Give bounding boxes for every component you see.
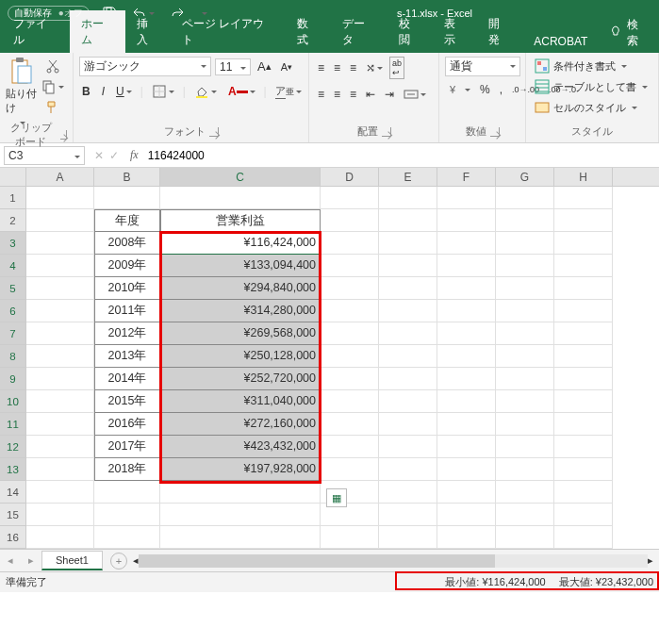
cell[interactable] — [496, 413, 554, 436]
cell[interactable] — [496, 322, 554, 345]
cell[interactable]: ¥252,720,000 — [160, 368, 321, 390]
cell[interactable]: ¥250,128,000 — [160, 345, 321, 368]
cell[interactable]: ¥294,840,000 — [160, 277, 321, 300]
row-header[interactable]: 7 — [0, 322, 26, 345]
bold-button[interactable]: B — [79, 83, 93, 100]
tell-me-search[interactable]: 検索 — [599, 13, 659, 53]
cell[interactable] — [160, 526, 321, 549]
cell[interactable] — [379, 436, 437, 458]
cell[interactable] — [379, 481, 437, 504]
cell[interactable]: 2008年 — [94, 232, 160, 255]
decrease-indent-icon[interactable]: ⇤ — [363, 85, 378, 104]
cell[interactable] — [437, 368, 496, 390]
cell[interactable] — [321, 526, 379, 549]
orientation-button[interactable]: ⤭ — [363, 57, 386, 79]
cell[interactable] — [554, 345, 613, 368]
cell[interactable] — [26, 255, 94, 277]
cell[interactable] — [321, 390, 379, 413]
row-header[interactable]: 2 — [0, 209, 26, 232]
tab-view[interactable]: 表示 — [433, 10, 478, 53]
wrap-text-button[interactable]: ab↩ — [389, 57, 404, 79]
cell[interactable] — [94, 526, 160, 549]
cell[interactable] — [379, 255, 437, 277]
row-header[interactable]: 8 — [0, 345, 26, 368]
cell[interactable]: 2015年 — [94, 390, 160, 413]
cell[interactable] — [26, 187, 94, 209]
cell[interactable]: 2013年 — [94, 345, 160, 368]
comma-button[interactable]: , — [497, 80, 505, 99]
cell[interactable]: 2014年 — [94, 368, 160, 390]
horizontal-scrollbar[interactable]: ◂▸ — [133, 554, 653, 568]
underline-button[interactable]: U — [113, 83, 135, 100]
fx-icon[interactable]: fx — [124, 148, 144, 162]
cell[interactable] — [321, 413, 379, 436]
cell-styles-button[interactable]: セルのスタイル — [532, 98, 640, 117]
cell[interactable]: ¥116,424,000 — [160, 232, 321, 255]
cell[interactable] — [437, 458, 496, 481]
format-as-table-button[interactable]: テーブルとして書 — [532, 77, 651, 96]
cell[interactable] — [554, 232, 613, 255]
row-header[interactable]: 14 — [0, 481, 26, 504]
col-header[interactable]: G — [496, 168, 554, 186]
cell[interactable] — [437, 436, 496, 458]
cell[interactable] — [26, 504, 94, 526]
cell[interactable] — [437, 390, 496, 413]
row-header[interactable]: 3 — [0, 232, 26, 255]
font-color-button[interactable]: A — [225, 83, 258, 100]
cell[interactable] — [496, 209, 554, 232]
quick-analysis-button[interactable]: ▦ — [326, 488, 347, 507]
row-header[interactable]: 11 — [0, 413, 26, 436]
cell[interactable] — [554, 368, 613, 390]
cell[interactable] — [496, 255, 554, 277]
cell[interactable] — [379, 368, 437, 390]
cell[interactable] — [321, 436, 379, 458]
format-painter-button[interactable] — [39, 98, 67, 117]
tab-acrobat[interactable]: ACROBAT — [522, 29, 599, 53]
row-header[interactable]: 5 — [0, 277, 26, 300]
cell[interactable] — [321, 345, 379, 368]
copy-button[interactable] — [39, 77, 67, 96]
cell[interactable] — [321, 322, 379, 345]
cell[interactable] — [26, 345, 94, 368]
cell[interactable] — [379, 345, 437, 368]
new-sheet-button[interactable]: + — [110, 553, 127, 570]
cell[interactable] — [437, 322, 496, 345]
cell[interactable] — [160, 481, 321, 504]
cell[interactable] — [26, 300, 94, 322]
cell[interactable]: ¥423,432,000 — [160, 436, 321, 458]
cell[interactable] — [496, 526, 554, 549]
col-header[interactable]: E — [379, 168, 437, 186]
cell[interactable] — [321, 209, 379, 232]
cell[interactable] — [437, 232, 496, 255]
accounting-format-button[interactable]: ¥ — [445, 80, 473, 99]
cell[interactable] — [437, 413, 496, 436]
cell[interactable] — [554, 255, 613, 277]
cell[interactable] — [496, 368, 554, 390]
col-header[interactable]: H — [554, 168, 613, 186]
cell[interactable]: ¥311,040,000 — [160, 390, 321, 413]
cell[interactable]: ¥314,280,000 — [160, 300, 321, 322]
cell[interactable] — [554, 504, 613, 526]
col-header[interactable]: D — [321, 168, 379, 186]
cell[interactable] — [437, 481, 496, 504]
cell[interactable] — [26, 413, 94, 436]
row-header[interactable]: 9 — [0, 368, 26, 390]
font-launcher[interactable] — [209, 127, 219, 137]
formula-input[interactable] — [144, 147, 659, 164]
row-header[interactable]: 12 — [0, 436, 26, 458]
cell[interactable] — [379, 232, 437, 255]
sheet-tab[interactable]: Sheet1 — [41, 551, 103, 570]
cell[interactable] — [321, 187, 379, 209]
borders-button[interactable] — [149, 82, 177, 101]
cell[interactable]: 2018年 — [94, 458, 160, 481]
sheet-nav-next[interactable]: ▸ — [21, 554, 41, 567]
enter-formula-icon[interactable]: ✓ — [109, 149, 119, 162]
cell[interactable] — [94, 481, 160, 504]
tab-developer[interactable]: 開発 — [477, 10, 522, 53]
cell[interactable] — [160, 187, 321, 209]
row-header[interactable]: 1 — [0, 187, 26, 209]
cell[interactable] — [321, 255, 379, 277]
cell[interactable] — [554, 458, 613, 481]
increase-font-icon[interactable]: A▴ — [255, 58, 274, 75]
align-center-icon[interactable]: ≡ — [331, 85, 343, 104]
